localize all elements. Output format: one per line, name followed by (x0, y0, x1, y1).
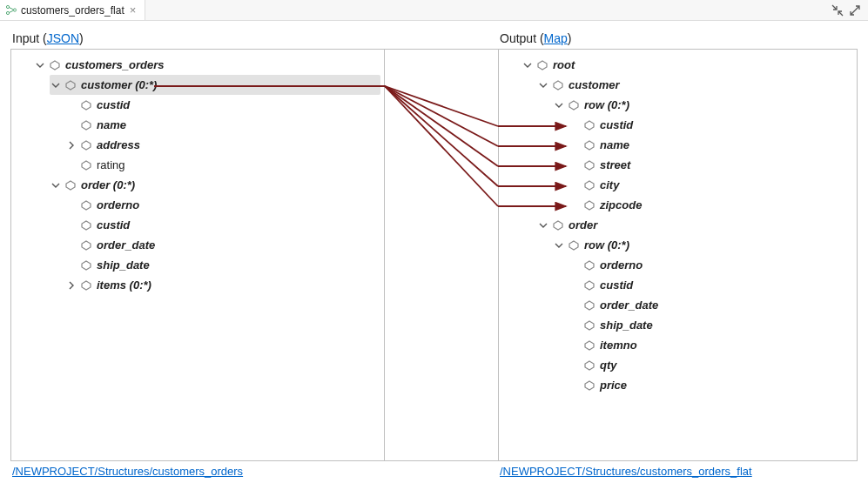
tree-node-out-ship-date[interactable]: ship_date (569, 315, 853, 335)
input-tree-box[interactable]: customers_orders customer (0:*) (10, 49, 385, 461)
map-icon (5, 4, 17, 17)
mapping-canvas[interactable] (385, 49, 498, 461)
chevron-down-icon[interactable] (521, 59, 534, 71)
tree-node-out-orderno[interactable]: orderno (569, 255, 853, 275)
svg-line-3 (10, 7, 14, 10)
svg-marker-7 (82, 101, 91, 110)
chevron-right-icon[interactable] (65, 139, 77, 151)
tree-node-order[interactable]: order (0:*) (50, 175, 380, 195)
hexagon-icon (584, 340, 595, 351)
input-source-link[interactable]: /NEWPROJECT/Structures/customers_orders (12, 465, 243, 478)
hexagon-icon (81, 160, 91, 171)
tree-node-out-order-custid[interactable]: custid (569, 275, 853, 295)
tree-node-out-order-date[interactable]: order_date (569, 295, 853, 315)
tree-node-items[interactable]: items (0:*) (65, 275, 380, 295)
tree-node-out-custid[interactable]: custid (569, 115, 853, 135)
svg-point-2 (13, 8, 16, 10)
output-tree-box[interactable]: root customer (498, 49, 858, 461)
minimize-icon[interactable] (831, 4, 844, 17)
tree-node-customer-row[interactable]: row (0:*) (553, 95, 853, 115)
hexagon-icon (584, 200, 595, 211)
hexagon-icon (584, 180, 595, 191)
node-label: street (600, 158, 630, 171)
svg-marker-27 (585, 261, 594, 270)
chevron-down-icon[interactable] (553, 239, 565, 252)
tree-node-order-row[interactable]: row (0:*) (553, 235, 853, 255)
hexagon-icon (50, 60, 60, 70)
hexagon-icon (553, 220, 563, 231)
hexagon-icon (584, 360, 595, 371)
tree-node-ship-date[interactable]: ship_date (65, 255, 380, 275)
tree-node-out-itemno[interactable]: itemno (569, 335, 853, 355)
hexagon-icon (81, 120, 91, 131)
svg-marker-21 (585, 141, 594, 150)
svg-marker-18 (554, 81, 562, 90)
tree-node-root[interactable]: root (521, 55, 853, 75)
close-icon[interactable]: × (128, 3, 138, 17)
hexagon-icon (584, 140, 595, 151)
svg-marker-30 (585, 321, 594, 330)
tree-node-out-name[interactable]: name (569, 135, 853, 155)
node-label: order_date (600, 299, 658, 312)
svg-marker-6 (66, 81, 75, 90)
input-schema-link[interactable]: JSON (47, 31, 79, 45)
svg-marker-10 (82, 161, 91, 170)
svg-marker-29 (585, 301, 594, 310)
tab-customers-orders-flat[interactable]: customers_orders_flat × (0, 0, 145, 20)
chevron-down-icon[interactable] (34, 59, 46, 71)
node-label: name (600, 138, 629, 151)
tree-node-name[interactable]: name (65, 115, 380, 135)
node-label: address (97, 138, 140, 151)
tab-bar: customers_orders_flat × (0, 0, 868, 21)
svg-marker-33 (585, 381, 594, 390)
svg-marker-16 (82, 281, 91, 290)
chevron-down-icon[interactable] (537, 219, 549, 231)
node-label: items (0:*) (97, 278, 151, 292)
svg-marker-13 (82, 221, 91, 230)
svg-marker-14 (82, 241, 91, 250)
node-label: order (569, 218, 597, 231)
tree-node-customer[interactable]: customer (0:*) (50, 75, 380, 95)
hexagon-icon (584, 300, 595, 311)
chevron-right-icon[interactable] (65, 279, 77, 292)
svg-point-1 (6, 11, 9, 14)
svg-marker-19 (569, 101, 578, 110)
hexagon-icon (584, 380, 595, 391)
svg-marker-9 (82, 141, 91, 150)
chevron-down-icon[interactable] (50, 179, 62, 191)
chevron-down-icon[interactable] (553, 99, 565, 111)
tree-node-out-price[interactable]: price (569, 375, 853, 395)
tree-node-out-zipcode[interactable]: zipcode (569, 195, 853, 215)
hexagon-icon (81, 200, 91, 211)
tree-node-custid[interactable]: custid (65, 95, 380, 115)
tree-node-out-city[interactable]: city (569, 175, 853, 195)
tree-node-order-date[interactable]: order_date (65, 235, 380, 255)
node-label: price (600, 379, 627, 392)
chevron-down-icon[interactable] (50, 79, 62, 91)
node-label: qty (600, 359, 617, 372)
tree-node-out-customer[interactable]: customer (537, 75, 853, 95)
tree-node-address[interactable]: address (65, 135, 380, 155)
tree-node-order-custid[interactable]: custid (65, 215, 380, 235)
tree-node-customers-orders[interactable]: customers_orders (34, 55, 380, 75)
node-label: custid (600, 118, 633, 131)
tree-node-out-street[interactable]: street (569, 155, 853, 175)
svg-marker-8 (82, 121, 91, 130)
maximize-icon[interactable] (849, 4, 861, 17)
node-label: ship_date (600, 319, 653, 332)
tree-node-out-qty[interactable]: qty (569, 355, 853, 375)
tree-node-rating[interactable]: rating (65, 155, 380, 175)
hexagon-icon (584, 320, 595, 331)
hexagon-icon (584, 160, 595, 171)
chevron-down-icon[interactable] (537, 79, 549, 91)
input-footer: /NEWPROJECT/Structures/customers_orders (10, 461, 385, 478)
hexagon-icon (81, 280, 91, 291)
tree-node-orderno[interactable]: orderno (65, 195, 380, 215)
node-label: zipcode (600, 198, 642, 211)
output-source-link[interactable]: /NEWPROJECT/Structures/customers_orders_… (500, 465, 752, 478)
node-label: custid (97, 98, 130, 111)
output-schema-link[interactable]: Map (544, 31, 568, 45)
tree-node-out-order[interactable]: order (537, 215, 853, 235)
hexagon-icon (584, 280, 595, 291)
node-label: row (0:*) (584, 238, 629, 252)
